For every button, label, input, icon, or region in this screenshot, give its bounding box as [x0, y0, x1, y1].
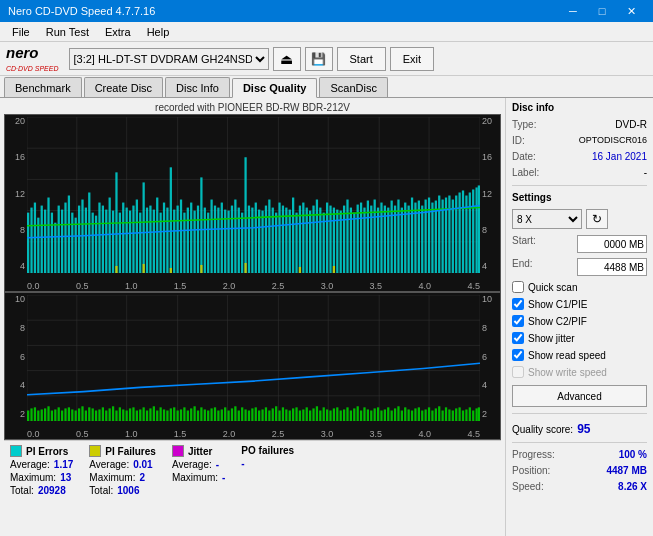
advanced-button[interactable]: Advanced: [512, 385, 647, 407]
svg-rect-180: [51, 411, 53, 422]
end-input[interactable]: [577, 258, 647, 276]
pi-errors-color: [10, 445, 22, 457]
quick-scan-checkbox[interactable]: [512, 281, 524, 293]
svg-rect-225: [204, 409, 206, 421]
svg-rect-23: [51, 213, 53, 273]
svg-rect-122: [387, 208, 389, 273]
svg-rect-217: [176, 411, 178, 422]
svg-rect-266: [343, 409, 345, 421]
svg-rect-284: [404, 407, 406, 421]
speed-stat-value: 8.26 X: [618, 481, 647, 492]
refresh-button[interactable]: ↻: [586, 209, 608, 229]
svg-rect-58: [170, 167, 172, 273]
svg-rect-86: [265, 206, 267, 273]
disc-label-label: Label:: [512, 167, 539, 178]
svg-rect-77: [234, 200, 236, 273]
tab-disc-quality[interactable]: Disc Quality: [232, 78, 318, 98]
svg-rect-66: [197, 206, 199, 273]
chart-bottom-plot: [27, 295, 480, 421]
svg-rect-281: [394, 408, 396, 421]
start-input[interactable]: [577, 235, 647, 253]
svg-rect-118: [374, 200, 376, 273]
svg-rect-135: [431, 203, 433, 273]
speed-select[interactable]: Max2 X4 X8 X12 X16 X: [512, 209, 582, 229]
window-controls: ─ □ ✕: [559, 2, 645, 20]
svg-rect-279: [387, 407, 389, 421]
tab-create-disc[interactable]: Create Disc: [84, 77, 163, 97]
chart-top-y-right: 20 16 12 8 4: [480, 115, 500, 273]
write-speed-label: Show write speed: [528, 367, 607, 378]
svg-rect-84: [258, 210, 260, 273]
svg-rect-76: [231, 206, 233, 273]
disc-type-label: Type:: [512, 119, 536, 130]
svg-rect-303: [469, 407, 471, 421]
svg-rect-292: [431, 411, 433, 422]
checkbox-quick-scan: Quick scan: [512, 281, 647, 293]
exit-button[interactable]: Exit: [390, 47, 434, 71]
eject-icon: ⏏: [280, 51, 293, 67]
svg-rect-94: [292, 198, 294, 273]
svg-rect-289: [421, 411, 423, 422]
jitter-checkbox[interactable]: [512, 332, 524, 344]
close-button[interactable]: ✕: [617, 2, 645, 20]
tab-benchmark[interactable]: Benchmark: [4, 77, 82, 97]
c1-pie-checkbox[interactable]: [512, 298, 524, 310]
svg-rect-60: [176, 206, 178, 273]
svg-rect-189: [81, 406, 83, 421]
disc-date-label: Date:: [512, 151, 536, 162]
end-row: End:: [512, 258, 647, 276]
svg-rect-184: [64, 408, 66, 421]
menu-extra[interactable]: Extra: [97, 24, 139, 40]
svg-rect-256: [309, 411, 311, 422]
tab-disc-info[interactable]: Disc Info: [165, 77, 230, 97]
svg-rect-111: [350, 208, 352, 273]
svg-rect-219: [183, 407, 185, 421]
svg-rect-48: [136, 200, 138, 273]
eject-button[interactable]: ⏏: [273, 47, 301, 71]
svg-rect-39: [105, 210, 107, 273]
svg-rect-117: [370, 206, 372, 273]
svg-rect-298: [452, 411, 454, 422]
jitter-label: Jitter: [188, 446, 212, 457]
legend-area: PI Errors Average: 1.17 Maximum: 13 Tota…: [4, 440, 501, 500]
svg-rect-188: [78, 408, 80, 421]
svg-rect-26: [61, 210, 63, 273]
svg-rect-191: [88, 407, 90, 421]
svg-rect-37: [98, 203, 100, 273]
svg-rect-244: [268, 411, 270, 422]
svg-rect-301: [462, 411, 464, 422]
svg-rect-62: [183, 213, 185, 273]
svg-rect-208: [146, 411, 148, 422]
svg-rect-140: [448, 196, 450, 273]
menu-run-test[interactable]: Run Test: [38, 24, 97, 40]
progress-value: 100 %: [619, 449, 647, 460]
svg-rect-134: [428, 198, 430, 273]
svg-rect-67: [200, 177, 202, 273]
menu-bar: File Run Test Extra Help: [0, 22, 653, 42]
maximize-button[interactable]: □: [588, 2, 616, 20]
menu-help[interactable]: Help: [139, 24, 178, 40]
svg-rect-95: [295, 213, 297, 273]
drive-select[interactable]: [3:2] HL-DT-ST DVDRAM GH24NSD0 LH00: [69, 48, 269, 70]
start-button[interactable]: Start: [337, 47, 386, 71]
progress-row: Progress: 100 %: [512, 449, 647, 460]
window-title: Nero CD-DVD Speed 4.7.7.16: [8, 5, 155, 17]
logo: nero CD·DVD SPEED: [6, 44, 59, 73]
minimize-button[interactable]: ─: [559, 2, 587, 20]
svg-rect-277: [380, 411, 382, 422]
read-speed-checkbox[interactable]: [512, 349, 524, 361]
svg-rect-300: [458, 407, 460, 421]
c2-pif-checkbox[interactable]: [512, 315, 524, 327]
svg-rect-35: [92, 213, 94, 273]
svg-rect-250: [289, 411, 291, 422]
svg-rect-144: [462, 190, 464, 273]
svg-rect-278: [384, 409, 386, 421]
save-button[interactable]: 💾: [305, 47, 333, 71]
chart-bottom-y-left: 10 8 6 4 2: [5, 293, 27, 421]
svg-rect-291: [428, 407, 430, 421]
menu-file[interactable]: File: [4, 24, 38, 40]
svg-rect-198: [112, 406, 114, 421]
tab-scan-disc[interactable]: ScanDisc: [319, 77, 387, 97]
svg-rect-40: [109, 198, 111, 273]
svg-rect-262: [329, 411, 331, 422]
